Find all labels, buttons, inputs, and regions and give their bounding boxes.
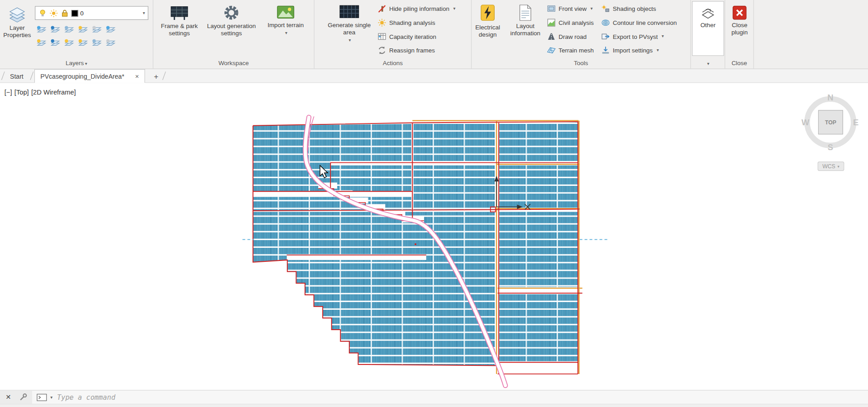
viewport-view-button[interactable]: [Top] <box>14 89 29 96</box>
layer-tool-icon[interactable] <box>76 37 90 50</box>
layer-properties-button[interactable]: Layer Properties <box>2 5 33 42</box>
close-plugin-label: Close plugin <box>727 22 752 36</box>
layout-information-button[interactable]: Layout information <box>505 2 546 40</box>
group-label-workspace: Workspace <box>153 60 314 66</box>
chevron-down-icon: ▾ <box>838 164 839 169</box>
ribbon-item-label: Reassign frames <box>389 47 435 53</box>
contour-line-conversion-button[interactable]: Contour line conversion <box>601 15 677 29</box>
front-view-button[interactable]: Front view ▾ <box>547 2 594 16</box>
chevron-down-icon: ▾ <box>707 62 710 66</box>
generate-single-area-icon <box>339 5 359 20</box>
group-label-actions: Actions <box>315 60 471 66</box>
ribbon: Layer Properties 0 ▾ <box>0 0 868 69</box>
tools-column-2: Shading objects Contour line conversion <box>601 2 677 57</box>
export-to-pvsyst-button[interactable]: Export to PVsyst ▾ <box>601 29 677 43</box>
shading-analysis-icon <box>377 18 386 27</box>
layer-tool-icon[interactable] <box>62 23 76 36</box>
command-input[interactable] <box>57 393 868 401</box>
ribbon-item-label: Front view <box>558 5 587 12</box>
frame-park-settings-icon <box>170 5 189 21</box>
frame-park-settings-button[interactable]: Frame & park settings <box>155 2 204 40</box>
viewport-menu-button[interactable]: [−] <box>5 89 12 96</box>
command-prompt-button[interactable]: ▾ <box>37 393 52 401</box>
drawing-canvas[interactable] <box>0 83 868 390</box>
chevron-down-icon: ▾ <box>591 6 593 11</box>
layer-tool-icon[interactable] <box>62 37 76 50</box>
chevron-down-icon: ▾ <box>662 34 664 39</box>
layer-tool-icon[interactable] <box>34 23 48 36</box>
capacity-iteration-icon <box>377 32 386 41</box>
civil-analysis-button[interactable]: Civil analysis <box>547 15 594 29</box>
other-label: Other <box>701 22 716 28</box>
ribbon-group-tools: Electrical design Layout information Fro… <box>472 0 691 69</box>
tab-start-label: Start <box>10 73 24 80</box>
gear-icon <box>223 5 240 21</box>
capacity-iteration-button[interactable]: Capacity iteration <box>377 29 455 43</box>
compass-north[interactable]: N <box>827 93 833 102</box>
layer-tool-icon[interactable] <box>90 23 104 36</box>
layer-tool-icon[interactable] <box>48 37 62 50</box>
chevron-down-icon[interactable]: ▾ <box>349 38 351 43</box>
ribbon-item-label: Shading analysis <box>389 19 435 26</box>
tab-active-drawing[interactable]: PVcasegrouping_DivideArea* × <box>34 69 145 83</box>
draw-road-button[interactable]: Draw road <box>547 29 594 43</box>
bulb-icon <box>38 9 47 18</box>
chevron-down-icon[interactable]: ▾ <box>285 31 287 36</box>
tab-divider <box>162 71 166 80</box>
shading-objects-button[interactable]: Shading objects <box>601 2 677 16</box>
reassign-frames-button[interactable]: Reassign frames <box>377 43 455 57</box>
wrench-icon[interactable] <box>19 393 28 402</box>
shading-analysis-button[interactable]: Shading analysis <box>377 15 455 29</box>
ribbon-group-close: Close plugin Close <box>725 0 754 69</box>
status-strip <box>0 404 868 407</box>
application-window: Layer Properties 0 ▾ <box>0 0 868 407</box>
chevron-down-icon: ▾ <box>453 6 456 11</box>
compass-west[interactable]: W <box>801 118 809 127</box>
chevron-down-icon[interactable]: ▾ <box>143 10 145 15</box>
close-plugin-button[interactable]: Close plugin <box>726 3 754 39</box>
wcs-selector[interactable]: WCS ▾ <box>818 161 844 171</box>
viewport-controls: [−] [Top] [2D Wireframe] <box>5 89 76 96</box>
pick-point <box>415 243 416 245</box>
viewport-visual-style-button[interactable]: [2D Wireframe] <box>31 89 76 96</box>
group-label-layers[interactable]: Layers▾ <box>0 60 153 66</box>
import-terrain-button[interactable]: Import terrain ▾ <box>259 2 312 40</box>
actions-list: Hide piling information ▾ Shading analys… <box>377 2 455 57</box>
other-button[interactable]: Other <box>692 1 724 56</box>
generate-single-area-button[interactable]: Generate single area ▾ <box>322 2 377 46</box>
group-label-other[interactable]: ▾ <box>691 60 725 66</box>
layer-tool-icon[interactable] <box>104 23 118 36</box>
other-layers-icon <box>701 6 715 19</box>
layer-tool-icon[interactable] <box>34 37 48 50</box>
reassign-frames-icon <box>377 46 386 55</box>
sun-icon <box>49 9 58 18</box>
tab-start[interactable]: Start <box>5 69 29 83</box>
layout-generation-settings-label: Layout generation settings <box>206 23 257 37</box>
tab-close-icon[interactable]: × <box>135 72 139 80</box>
new-tab-button[interactable]: + <box>151 69 162 83</box>
import-settings-button[interactable]: Import settings ▾ <box>601 43 677 57</box>
terrain-mesh-button[interactable]: Terrain mesh <box>547 43 594 57</box>
layer-tool-icon[interactable] <box>76 23 90 36</box>
compass-south[interactable]: S <box>828 142 833 152</box>
shading-objects-icon <box>601 4 610 13</box>
drawing-area[interactable]: [−] [Top] [2D Wireframe] <box>0 83 868 390</box>
electrical-design-button[interactable]: Electrical design <box>472 2 503 41</box>
layer-tool-icon[interactable] <box>48 23 62 36</box>
group-label-text: Workspace <box>219 60 249 66</box>
electrical-design-icon <box>479 5 496 22</box>
generate-single-area-label: Generate single area <box>323 22 375 36</box>
ribbon-item-label: Import settings <box>613 47 653 53</box>
ribbon-item-label: Draw road <box>558 33 587 40</box>
layer-selector-combo[interactable]: 0 ▾ <box>35 6 148 20</box>
layer-tool-icon[interactable] <box>104 37 118 50</box>
command-close-icon[interactable]: ✕ <box>5 393 11 401</box>
group-label-text: Tools <box>574 60 588 66</box>
group-label-text: Actions <box>383 60 403 66</box>
compass-top-button[interactable]: TOP <box>818 110 843 134</box>
layout-generation-settings-button[interactable]: Layout generation settings <box>205 2 258 40</box>
layer-tool-icon[interactable] <box>90 37 104 50</box>
ribbon-item-label: Contour line conversion <box>613 19 677 26</box>
hide-piling-information-button[interactable]: Hide piling information ▾ <box>377 2 455 16</box>
compass-east[interactable]: E <box>853 118 858 127</box>
